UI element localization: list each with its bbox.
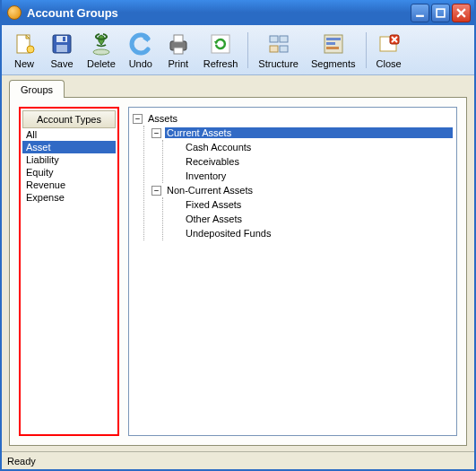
svg-rect-12 [212, 35, 229, 53]
tab-groups[interactable]: Groups [9, 80, 65, 98]
tree-row[interactable]: Other Assets [169, 212, 454, 226]
tree-node-label: Non-Current Assets [165, 185, 453, 196]
tree-node-label: Other Assets [184, 214, 453, 224]
close-window-button[interactable] [452, 4, 471, 22]
titlebar: Account Groups [2, 0, 474, 25]
svg-rect-6 [56, 45, 67, 52]
save-icon [49, 31, 74, 57]
delete-icon [89, 31, 114, 57]
collapse-icon[interactable]: − [151, 186, 161, 196]
close-label: Close [376, 58, 402, 69]
tree-node-label: Inventory [184, 170, 453, 181]
account-type-item[interactable]: All [22, 128, 116, 141]
svg-rect-20 [326, 47, 339, 49]
delete-label: Delete [87, 58, 116, 69]
account-type-item[interactable]: Liability [22, 153, 116, 166]
status-text: Ready [7, 456, 36, 467]
app-icon [7, 5, 22, 20]
account-types-panel: Account Types AllAssetLiabilityEquityRev… [19, 107, 119, 436]
toolbar: New Save Delete Undo Print [2, 25, 474, 75]
refresh-button[interactable]: Refresh [197, 28, 245, 73]
tabbar: Groups [2, 75, 474, 97]
segments-icon [321, 31, 346, 57]
tree-row[interactable]: −Assets [131, 111, 454, 126]
tree-node-label: Cash Accounts [184, 142, 453, 153]
window-title: Account Groups [27, 6, 411, 20]
tree-node-label: Assets [146, 113, 453, 124]
minimize-button[interactable] [411, 4, 429, 22]
content-area: Account Types AllAssetLiabilityEquityRev… [9, 97, 467, 446]
refresh-icon [208, 31, 233, 57]
refresh-label: Refresh [203, 58, 238, 69]
svg-rect-18 [326, 38, 341, 40]
svg-rect-16 [280, 46, 288, 52]
tree-spacer [170, 143, 180, 153]
undo-button[interactable]: Undo [122, 28, 160, 73]
account-type-item[interactable]: Revenue [22, 179, 116, 191]
undo-label: Undo [129, 58, 152, 69]
tree-spacer [170, 157, 180, 167]
tree-row[interactable]: Cash Accounts [169, 140, 454, 154]
svg-rect-15 [270, 46, 278, 52]
svg-rect-1 [437, 9, 445, 17]
svg-rect-5 [56, 36, 67, 42]
undo-icon [128, 31, 153, 57]
account-type-item[interactable]: Equity [22, 166, 116, 179]
tree-row[interactable]: −Current Assets [150, 126, 454, 140]
tree-spacer [170, 171, 180, 181]
new-icon [12, 31, 37, 57]
svg-rect-19 [326, 42, 335, 45]
svg-rect-13 [270, 36, 278, 42]
tree-panel: −Assets−Current AssetsCash AccountsRecei… [128, 107, 457, 436]
tree-row[interactable]: Fixed Assets [169, 197, 454, 212]
structure-label: Structure [258, 58, 299, 69]
new-label: New [14, 58, 34, 69]
toolbar-separator [366, 32, 367, 68]
tree-row[interactable]: Receivables [169, 154, 454, 169]
print-label: Print [168, 58, 188, 69]
tree-row[interactable]: Undeposited Funds [169, 226, 454, 240]
print-icon [166, 31, 191, 57]
segments-label: Segments [311, 58, 356, 69]
tree-node-label: Current Assets [165, 127, 453, 138]
account-types-header: Account Types [22, 110, 116, 128]
structure-button[interactable]: Structure [252, 28, 305, 73]
tree-node-label: Receivables [184, 156, 453, 167]
delete-button[interactable]: Delete [81, 28, 122, 73]
statusbar: Ready [2, 451, 474, 469]
tree-row[interactable]: Inventory [169, 169, 454, 183]
account-type-item[interactable]: Expense [22, 191, 116, 204]
maximize-button[interactable] [431, 4, 450, 22]
account-types-list: AllAssetLiabilityEquityRevenueExpense [22, 128, 116, 432]
svg-rect-10 [174, 35, 183, 42]
new-button[interactable]: New [5, 28, 43, 73]
tree-spacer [170, 214, 180, 224]
collapse-icon[interactable]: − [151, 128, 161, 138]
svg-rect-11 [174, 48, 183, 54]
svg-point-3 [27, 46, 34, 53]
print-button[interactable]: Print [160, 28, 197, 73]
tree-row[interactable]: −Non-Current Assets [150, 183, 454, 197]
save-label: Save [50, 58, 73, 69]
save-button[interactable]: Save [43, 28, 81, 73]
tree-node-label: Fixed Assets [184, 199, 453, 210]
close-button[interactable]: Close [370, 28, 408, 73]
svg-point-8 [93, 49, 109, 55]
svg-rect-0 [416, 14, 424, 16]
account-type-item[interactable]: Asset [22, 141, 116, 153]
tree-spacer [170, 229, 180, 239]
svg-rect-7 [63, 37, 65, 41]
svg-rect-14 [280, 36, 288, 42]
collapse-icon[interactable]: − [133, 114, 143, 124]
close-icon [376, 31, 402, 57]
tree-spacer [170, 200, 180, 210]
structure-icon [266, 31, 291, 57]
tree-node-label: Undeposited Funds [184, 228, 453, 239]
toolbar-separator [247, 32, 248, 68]
segments-button[interactable]: Segments [305, 28, 362, 73]
